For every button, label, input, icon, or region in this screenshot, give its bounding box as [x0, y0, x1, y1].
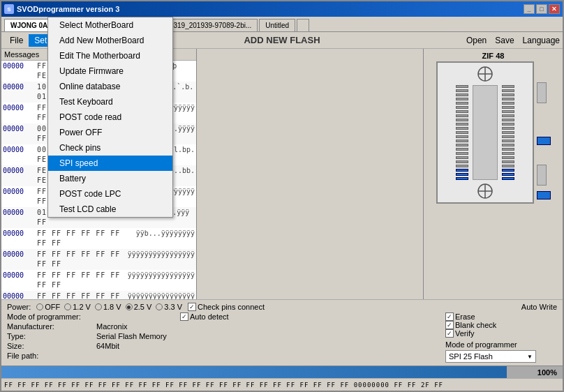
hex-addr: 00000 — [3, 250, 34, 269]
power-off-radio[interactable] — [36, 303, 43, 310]
zif-lever-top — [537, 82, 547, 103]
second-row: Mode of programmer: Auto detect Manufact… — [7, 312, 557, 363]
power-1v2-option[interactable]: 1.2 V — [64, 303, 91, 311]
close-button[interactable]: ✕ — [549, 4, 560, 14]
hex-ascii: ÿÿÿÿÿÿÿÿÿÿÿÿÿÿÿÿ — [128, 250, 195, 269]
filepath-label: File path: — [7, 352, 91, 360]
erase-checkbox[interactable] — [445, 312, 454, 321]
menu-check-pins[interactable]: Check pins — [48, 140, 172, 156]
power-row: Power: OFF 1.2 V 1.8 V 2.5 V — [7, 303, 557, 311]
hex-ascii: ÿÿÿÿÿÿÿÿÿÿÿÿÿÿÿÿ — [128, 292, 195, 299]
auto-detect-checkbox[interactable] — [180, 312, 188, 321]
zif-indicator-bottom — [537, 191, 551, 199]
title-bar: S SVODprogrammer version 3 _ □ ✕ — [1, 1, 563, 17]
hex-row: 00000FF FF FF FF FF FF FF FFÿÿÿÿÿÿÿÿÿÿÿÿ… — [1, 270, 196, 291]
power-2v5-radio[interactable] — [126, 303, 133, 310]
blank-check-checkbox[interactable] — [445, 321, 454, 329]
power-2v5-option[interactable]: 2.5 V — [126, 303, 152, 311]
tab-4[interactable] — [297, 19, 309, 31]
verify-checkbox[interactable] — [445, 329, 454, 338]
hex-row: 00000FF FF FF FF FF FF FF FFÿÿÿÿÿÿÿÿÿÿÿÿ… — [1, 249, 196, 270]
hex-bytes: FF FF FF FF FF FF FF FF — [37, 271, 125, 290]
app-icon: S — [4, 4, 14, 14]
zif-label: ZIF 48 — [482, 52, 505, 60]
status-hex-text: FF FF FF FF FF FF FF FF FF FF FF FF FF F… — [4, 382, 443, 389]
menu-add-new-motherboard[interactable]: Add New MotherBoard — [48, 33, 172, 48]
progress-bar-fill — [1, 366, 507, 378]
verify-item[interactable]: Verify — [445, 329, 557, 338]
maximize-button[interactable]: □ — [536, 4, 547, 14]
auto-detect-item[interactable]: Auto detect — [180, 312, 229, 321]
hex-ascii: ÿÿÿÿÿÿÿÿÿÿÿÿÿÿÿÿ — [128, 271, 195, 290]
auto-write-section: Auto Write — [521, 303, 557, 311]
menu-edit-motherboard[interactable]: Edit The Motherboard — [48, 48, 172, 63]
power-1v8-radio[interactable] — [95, 303, 102, 310]
hex-row: 00000FF FF FF FF FF FF FF FFÿÿb...ÿÿÿÿÿÿ… — [1, 228, 196, 249]
menu-power-off[interactable]: Power OFF — [48, 125, 172, 140]
power-1v8-option[interactable]: 1.8 V — [95, 303, 121, 311]
right-checkboxes: Erase Blank check Verify Mode of program… — [445, 312, 557, 363]
menu-open[interactable]: Open — [466, 36, 487, 45]
progress-bar-container: 100% — [1, 365, 563, 378]
hex-addr: 00000 — [3, 124, 34, 144]
tab-3[interactable]: Untitled — [259, 19, 295, 31]
menu-center-label: ADD NEW FLASH — [244, 35, 320, 45]
hex-addr: 00000 — [3, 82, 34, 102]
hex-addr: 00000 — [3, 145, 34, 165]
zif-bottom-crosshair — [477, 183, 493, 199]
setup-dropdown: Select MotherBoard Add New MotherBoard E… — [47, 17, 173, 218]
zif-indicator-top — [537, 137, 551, 145]
power-off-option[interactable]: OFF — [36, 303, 60, 311]
window-controls: _ □ ✕ — [524, 4, 560, 14]
blank-check-item[interactable]: Blank check — [445, 321, 557, 329]
power-radio-group: OFF 1.2 V 1.8 V 2.5 V 3.3 V — [36, 303, 182, 311]
filepath-row: File path: — [7, 352, 437, 360]
zif-top-crosshair — [477, 66, 493, 82]
power-1v8-label: 1.8 V — [103, 303, 121, 311]
menu-test-keyboard[interactable]: Test Keyboard — [48, 94, 172, 110]
power-3v3-radio[interactable] — [156, 303, 163, 310]
auto-detect-label: Auto detect — [190, 312, 229, 321]
power-3v3-option[interactable]: 3.3 V — [156, 303, 182, 311]
menu-spi-speed[interactable]: SPI speed — [48, 156, 172, 171]
hex-bytes: FF FF FF FF FF FF FF FF — [37, 229, 133, 248]
menu-online-database[interactable]: Online database — [48, 79, 172, 94]
power-3v3-label: 3.3 V — [164, 303, 182, 311]
select-dropdown-arrow: ▼ — [527, 354, 533, 360]
hex-ascii: ÿÿb...ÿÿÿÿÿÿÿÿ — [136, 229, 195, 248]
menu-select-motherboard[interactable]: Select MotherBoard — [48, 17, 172, 33]
minimize-button[interactable]: _ — [524, 4, 535, 14]
type-value: Serial Flash Memory — [96, 332, 167, 340]
menu-battery[interactable]: Battery — [48, 171, 172, 186]
hex-bytes: FF FF FF FF FF FF FF FF — [37, 250, 125, 269]
menu-file[interactable]: File — [4, 34, 29, 47]
manufacturer-label: Manufacturer: — [7, 322, 91, 331]
erase-item[interactable]: Erase — [445, 312, 557, 321]
manufacturer-value: Macronix — [96, 322, 128, 331]
mode-programmer-select[interactable]: SPI 25 Flash ▼ — [445, 350, 536, 363]
programmer-info: Mode of programmer: Auto detect Manufact… — [7, 312, 437, 363]
erase-label: Erase — [455, 312, 475, 321]
mode-programmer-label: Mode of programmer — [445, 340, 517, 349]
check-pins-connect-item[interactable]: Check pins connect — [188, 303, 265, 311]
bottom-area: Power: OFF 1.2 V 1.8 V 2.5 V — [1, 299, 563, 365]
verify-label: Verify — [455, 329, 475, 338]
hex-bytes: FF FF FF FF FF FF FF FF — [37, 292, 125, 299]
menu-post-code-lpc[interactable]: POST code LPC — [48, 186, 172, 202]
power-1v2-radio[interactable] — [64, 303, 71, 310]
hex-addr: 00000 — [3, 208, 34, 227]
zif-lever-bottom — [537, 165, 547, 186]
menu-update-firmware[interactable]: Update Firmware — [48, 63, 172, 79]
zif-levers — [537, 61, 551, 220]
hex-addr: 00000 — [3, 187, 34, 206]
check-pins-connect-checkbox[interactable] — [188, 303, 196, 311]
menu-post-code-read[interactable]: POST code read — [48, 110, 172, 125]
hex-addr: 00000 — [3, 229, 34, 248]
menu-test-lcd-cable[interactable]: Test LCD cable — [48, 202, 172, 217]
menu-save[interactable]: Save — [495, 36, 514, 45]
power-2v5-label: 2.5 V — [134, 303, 152, 311]
progress-text: 100% — [537, 368, 557, 377]
manufacturer-row: Manufacturer: Macronix — [7, 322, 437, 331]
menu-language[interactable]: Language — [523, 36, 560, 45]
check-pins-connect-label: Check pins connect — [198, 303, 265, 311]
